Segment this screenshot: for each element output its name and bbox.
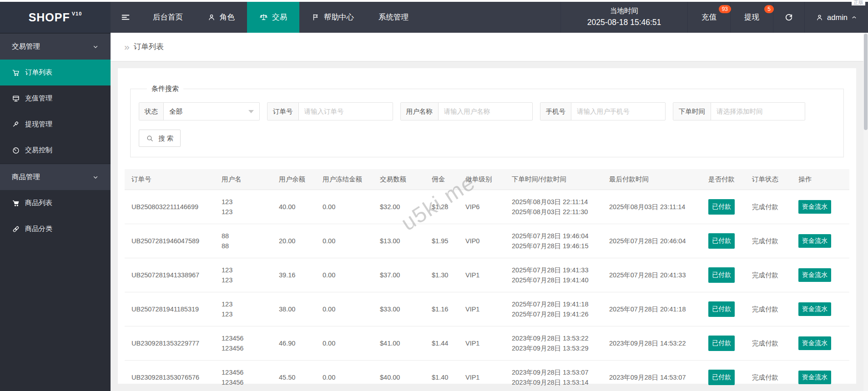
- sidebar-item-recharge-management[interactable]: 充值管理: [0, 85, 111, 111]
- cell-balance: 40.00: [272, 190, 316, 224]
- col-amount: 交易数额: [373, 169, 425, 190]
- search-button-label: 搜 索: [158, 134, 173, 143]
- cell-last-pay-time: 2025年07月28日 20:41:18: [602, 292, 701, 326]
- scales-icon: [259, 13, 268, 22]
- link-icon: [12, 225, 20, 233]
- refresh-button[interactable]: [773, 2, 804, 33]
- cell-frozen: 0.00: [316, 258, 373, 292]
- cell-paid: 已付款: [701, 292, 745, 326]
- sidebar-group-trade-management[interactable]: 交易管理: [0, 33, 111, 60]
- cell-last-pay-time: 2023年09月28日 14:53:22: [602, 326, 701, 361]
- cell-balance: 38.00: [272, 292, 316, 326]
- sidebar-item-product-list[interactable]: 商品列表: [0, 190, 111, 216]
- fund-flow-button[interactable]: 资金流水: [798, 302, 831, 316]
- table-row: UB2507281946047589 8888 20.00 0.00 $13.0…: [125, 224, 849, 258]
- cell-last-pay-time: 2025年07月28日 20:41:33: [602, 258, 701, 292]
- nav-tab-help-center[interactable]: 帮助中心: [299, 2, 366, 33]
- admin-page: 正版 SHOPFV10 后台首页 角色 交易 帮助中心: [0, 0, 868, 391]
- cell-commission: $1.30: [425, 258, 459, 292]
- username-filter-label: 用户名称: [401, 103, 439, 120]
- col-balance: 用户余额: [272, 169, 316, 190]
- user-name: admin: [827, 13, 848, 22]
- breadcrumb: » 订单列表: [111, 33, 863, 61]
- nav-tab-label: 帮助中心: [324, 12, 354, 22]
- nav-tab-home[interactable]: 后台首页: [141, 2, 195, 33]
- col-action: 操作: [792, 169, 849, 190]
- cell-action: 资金流水: [792, 326, 849, 361]
- cell-username: 123123: [215, 292, 272, 326]
- logo-version: V10: [72, 11, 82, 16]
- orders-table: 订单号 用户名 用户余额 用户冻结金额 交易数额 佣金 做单级别 下单时间/付款…: [125, 169, 849, 391]
- sidebar-group-product-management[interactable]: 商品管理: [0, 163, 111, 190]
- fund-flow-button[interactable]: 资金流水: [798, 371, 831, 384]
- refresh-icon: [784, 13, 793, 22]
- scrollbar-thumb[interactable]: [864, 34, 868, 130]
- cell-amount: $33.00: [373, 292, 425, 326]
- sidebar-item-trade-control[interactable]: 交易控制: [0, 137, 111, 163]
- local-time-value: 2025-08-18 15:46:51: [587, 16, 661, 29]
- cell-action: 资金流水: [792, 292, 849, 326]
- search-button[interactable]: 搜 索: [139, 130, 181, 147]
- order-no-input[interactable]: [299, 103, 393, 120]
- cell-amount: $32.00: [373, 190, 425, 224]
- withdraw-button[interactable]: 提现 5: [730, 2, 773, 33]
- cart-filled-icon: [12, 199, 20, 207]
- sidebar-item-withdraw-management[interactable]: 提现管理: [0, 111, 111, 137]
- cell-action: 资金流水: [792, 258, 849, 292]
- user-menu[interactable]: admin: [804, 2, 868, 33]
- table-row: UB2508032211146699 123123 40.00 0.00 $32…: [125, 190, 849, 224]
- chevron-down-icon: [92, 174, 99, 180]
- collapse-sidebar-button[interactable]: [111, 2, 141, 33]
- cell-status: 完成付款: [745, 292, 792, 326]
- username-input[interactable]: [439, 103, 532, 120]
- cell-order-pay-time: 2025年07月28日 19:41:332025年07月28日 19:41:40: [505, 258, 602, 292]
- fund-flow-button[interactable]: 资金流水: [798, 336, 831, 350]
- col-level: 做单级别: [459, 169, 505, 190]
- fund-flow-button[interactable]: 资金流水: [798, 200, 831, 214]
- cell-frozen: 0.00: [316, 190, 373, 224]
- col-last-pay-time: 最后付款时间: [602, 169, 701, 190]
- nav-tab-roles[interactable]: 角色: [195, 2, 247, 33]
- cell-order-pay-time: 2025年07月28日 19:46:042025年07月28日 19:46:15: [505, 224, 602, 258]
- nav-tab-trade[interactable]: 交易: [247, 2, 299, 33]
- sidebar-item-label: 商品列表: [25, 199, 52, 207]
- cell-frozen: 0.00: [316, 361, 373, 391]
- phone-input[interactable]: [571, 103, 665, 120]
- cell-paid: 已付款: [701, 258, 745, 292]
- cell-last-pay-time: 2023年09月28日 14:53:07: [602, 361, 701, 391]
- status-select[interactable]: 全部: [164, 103, 259, 120]
- cell-balance: 20.00: [272, 224, 316, 258]
- paid-badge: 已付款: [708, 336, 735, 351]
- fund-flow-button[interactable]: 资金流水: [798, 234, 831, 248]
- page-scrollbar[interactable]: [863, 2, 868, 391]
- status-select-value: 全部: [169, 107, 182, 116]
- sidebar-item-product-category[interactable]: 商品分类: [0, 216, 111, 242]
- nav-tab-label: 后台首页: [153, 12, 183, 22]
- caret-down-icon: [248, 110, 254, 113]
- local-time-block: 当地时间 2025-08-18 15:46:51: [560, 2, 687, 33]
- cell-action: 资金流水: [792, 190, 849, 224]
- order-time-input[interactable]: [711, 103, 805, 120]
- sidebar-item-label: 交易控制: [25, 146, 52, 155]
- navbar-right: 当地时间 2025-08-18 15:46:51 充值 93 提现 5: [560, 2, 868, 33]
- cell-order-pay-time: 2025年08月03日 22:11:142025年08月03日 22:11:30: [505, 190, 602, 224]
- gavel-icon: [12, 120, 20, 129]
- sidebar-item-label: 订单列表: [25, 68, 52, 77]
- flag-icon: [312, 13, 320, 21]
- cell-commission: $1.28: [425, 190, 459, 224]
- nav-tab-system[interactable]: 系统管理: [366, 2, 421, 33]
- cell-amount: $37.00: [373, 258, 425, 292]
- sidebar-group-label: 交易管理: [12, 42, 40, 51]
- sidebar-item-order-list[interactable]: 订单列表: [0, 60, 111, 85]
- fund-flow-button[interactable]: 资金流水: [798, 268, 831, 282]
- sidebar-item-label: 充值管理: [25, 94, 52, 103]
- recharge-count-badge: 93: [719, 5, 731, 13]
- cell-order-no: UB2507281941185319: [125, 292, 215, 326]
- search-icon: [146, 135, 154, 142]
- nav-tab-label: 角色: [220, 12, 235, 22]
- hamburger-icon: [121, 12, 131, 22]
- cell-level: VIP1: [459, 326, 505, 361]
- recharge-button[interactable]: 充值 93: [687, 2, 730, 33]
- order-time-filter-label: 下单时间: [673, 103, 711, 120]
- paid-badge: 已付款: [708, 199, 735, 215]
